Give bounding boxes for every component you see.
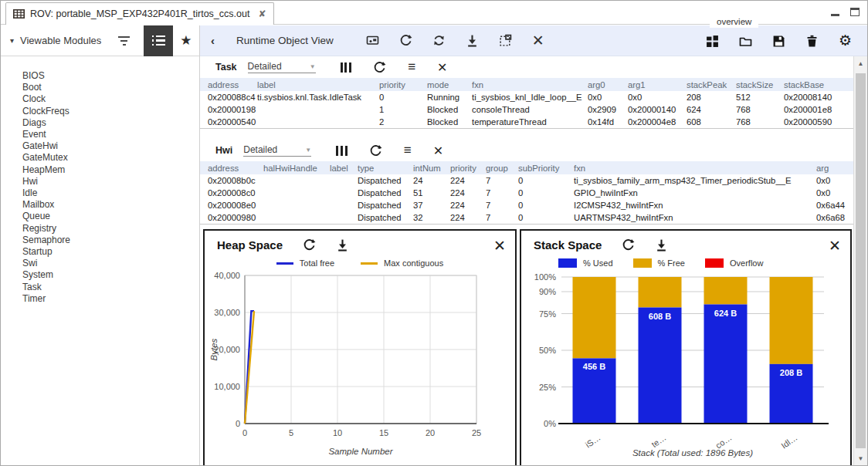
- table-row[interactable]: 0x200005402BlockedtemperatureThread0x14f…: [200, 116, 855, 128]
- collapse-caret-icon[interactable]: ▾: [10, 36, 14, 45]
- sidebar-item-startup[interactable]: Startup: [22, 246, 199, 258]
- column-header-address[interactable]: address: [200, 80, 257, 89]
- sidebar-item-bios[interactable]: BIOS: [22, 70, 199, 82]
- download-icon[interactable]: [655, 238, 668, 252]
- table-row[interactable]: 0x200001981BlockedconsoleThread0x29090x2…: [200, 103, 855, 116]
- list-view-button[interactable]: [144, 25, 173, 56]
- sidebar-item-semaphore[interactable]: Semaphore: [22, 235, 199, 246]
- menu-icon[interactable]: ≡: [404, 147, 412, 154]
- detach-view-icon[interactable]: [499, 34, 512, 47]
- sidebar-item-idle[interactable]: Idle: [22, 187, 199, 199]
- column-header-halHwiHandle[interactable]: halHwiHandle: [263, 164, 330, 173]
- column-header-type[interactable]: type: [358, 164, 413, 173]
- sidebar-item-registry[interactable]: Registry: [22, 223, 199, 235]
- minimize-icon[interactable]: [831, 5, 839, 19]
- scroll-up-icon[interactable]: ▲: [854, 58, 867, 70]
- task-view-mode-select[interactable]: Detailed ▼: [248, 61, 316, 73]
- refresh-icon[interactable]: [369, 144, 382, 157]
- sidebar-item-swi[interactable]: Swi: [22, 258, 199, 269]
- save-icon[interactable]: [772, 35, 785, 48]
- column-header-stackSize[interactable]: stackSize: [736, 80, 784, 89]
- close-section-icon[interactable]: ✕: [433, 144, 443, 158]
- table-cell: 0x20008140: [784, 93, 855, 102]
- column-header-arg0[interactable]: arg0: [588, 80, 628, 89]
- close-view-icon[interactable]: ✕: [532, 35, 544, 46]
- column-header-priority[interactable]: priority: [450, 164, 486, 173]
- column-header-label[interactable]: label: [330, 164, 358, 173]
- refresh-icon[interactable]: [303, 238, 316, 252]
- sidebar-item-boot[interactable]: Boot: [22, 82, 199, 93]
- columns-icon[interactable]: [341, 62, 352, 73]
- rov-table-icon: [13, 9, 25, 19]
- menu-icon[interactable]: ≡: [408, 63, 415, 71]
- module-list: BIOSBootClockClockFreqsDiagsEventGateHwi…: [1, 56, 199, 305]
- tab-close-icon[interactable]: ✘: [258, 8, 266, 19]
- hwi-view-mode-select[interactable]: Detailed ▼: [243, 144, 311, 157]
- refresh-icon[interactable]: [399, 34, 412, 47]
- hwi-view-mode-value: Detailed: [243, 144, 277, 155]
- trash-icon[interactable]: [805, 35, 819, 48]
- table-cell: 0: [518, 176, 574, 185]
- close-icon[interactable]: ✕: [493, 237, 506, 255]
- refresh-icon[interactable]: [373, 61, 386, 74]
- table-row[interactable]: 0x200008e0Dispatched3722470I2CMSP432_hwi…: [200, 199, 855, 211]
- auto-refresh-icon[interactable]: [432, 34, 446, 47]
- close-section-icon[interactable]: ✕: [437, 60, 447, 75]
- sidebar-item-task[interactable]: Task: [22, 282, 199, 293]
- refresh-icon[interactable]: [622, 238, 635, 252]
- sidebar-item-heapmem[interactable]: HeapMem: [22, 164, 199, 176]
- column-header-stackBase[interactable]: stackBase: [784, 80, 855, 89]
- scroll-down-icon[interactable]: ▼: [854, 453, 867, 465]
- table-row[interactable]: 0x20000980Dispatched3222470UARTMSP432_hw…: [200, 211, 855, 224]
- table-row[interactable]: 0x200088c4ti.sysbios.knl.Task.IdleTask0R…: [200, 91, 855, 103]
- viewable-modules-sidebar: ▾ Viewable Modules ★ BIOSBootClockClockF…: [1, 25, 200, 466]
- close-icon[interactable]: ✕: [829, 237, 841, 255]
- download-icon[interactable]: [466, 34, 479, 47]
- settings-gear-icon[interactable]: ⚙: [839, 34, 852, 48]
- column-header-group[interactable]: group: [486, 164, 518, 173]
- scrollbar-thumb[interactable]: [856, 73, 866, 448]
- columns-icon[interactable]: [336, 146, 348, 156]
- sidebar-item-hwi[interactable]: Hwi: [22, 176, 199, 187]
- column-header-mode[interactable]: mode: [427, 80, 472, 89]
- table-cell: 0x6a44: [816, 201, 855, 210]
- table-cell: 0x200001e8: [784, 105, 855, 114]
- column-header-intNum[interactable]: intNum: [413, 164, 450, 173]
- sidebar-item-event[interactable]: Event: [22, 129, 199, 140]
- table-row[interactable]: 0x200008c0Dispatched5122470GPIO_hwiIntFx…: [200, 187, 855, 199]
- column-header-stackPeak[interactable]: stackPeak: [687, 80, 736, 89]
- column-header-subPriority[interactable]: subPriority: [518, 164, 574, 173]
- sidebar-item-queue[interactable]: Queue: [22, 211, 199, 222]
- column-header-fxn[interactable]: fxn: [472, 80, 588, 89]
- sidebar-item-timer[interactable]: Timer: [22, 293, 199, 305]
- column-header-arg1[interactable]: arg1: [628, 80, 687, 89]
- download-icon[interactable]: [336, 238, 349, 252]
- filter-icon[interactable]: [118, 36, 130, 46]
- table-row[interactable]: 0x20008b0cDispatched2422470ti_sysbios_fa…: [200, 174, 855, 187]
- sidebar-item-diags[interactable]: Diags: [22, 117, 199, 129]
- table-cell: 0x0: [816, 176, 855, 185]
- open-folder-icon[interactable]: [739, 35, 752, 48]
- legend-item: Max contiguous: [361, 258, 443, 268]
- column-header-priority[interactable]: priority: [379, 80, 427, 89]
- table-cell: 0: [518, 213, 574, 222]
- chevron-down-icon: ▼: [310, 63, 316, 70]
- column-header-label[interactable]: label: [257, 80, 379, 89]
- device-view-icon[interactable]: [366, 34, 379, 47]
- sidebar-item-mailbox[interactable]: Mailbox: [22, 199, 199, 211]
- sidebar-item-gatehwi[interactable]: GateHwi: [22, 140, 199, 152]
- sidebar-item-gatemutex[interactable]: GateMutex: [22, 152, 199, 164]
- vertical-scrollbar[interactable]: ▲ ▼: [853, 56, 867, 466]
- sidebar-item-clock[interactable]: Clock: [22, 93, 199, 105]
- table-cell: 0x200004e8: [628, 117, 687, 127]
- column-header-address[interactable]: address: [200, 164, 263, 173]
- sidebar-item-system[interactable]: System: [22, 269, 199, 281]
- favorites-star-icon[interactable]: ★: [173, 32, 199, 49]
- dashboard-grid-icon[interactable]: [706, 35, 719, 48]
- rov-editor-tab[interactable]: ROV: portable_MSP_EXP432P401R_tirtos_ccs…: [5, 2, 274, 25]
- back-chevron-icon[interactable]: ‹: [211, 34, 215, 47]
- maximize-icon[interactable]: [850, 5, 860, 19]
- sidebar-item-clockfreqs[interactable]: ClockFreqs: [22, 106, 199, 117]
- column-header-arg[interactable]: arg: [816, 164, 855, 173]
- column-header-fxn[interactable]: fxn: [574, 164, 816, 173]
